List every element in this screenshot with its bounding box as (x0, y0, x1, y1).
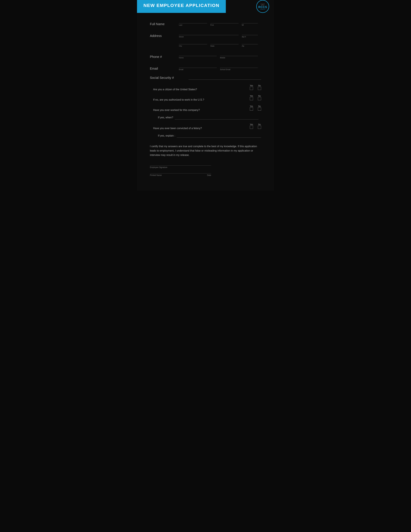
state-label: State (210, 45, 239, 47)
street-row: Street Apt # (179, 31, 261, 38)
printed-name-group: Printed Name Date (150, 173, 261, 176)
question-1-no-label: No (258, 85, 261, 87)
date-label: Date (207, 174, 211, 176)
address-inputs: Street Apt # City State (179, 31, 261, 48)
question-1-yn: Yes No (250, 85, 261, 90)
question-1-row: Are you a citizen of the United States? … (150, 85, 261, 91)
question-2-no-checkbox[interactable] (258, 97, 261, 100)
question-2-text: If no, are you authorized to work in the… (153, 95, 247, 101)
question-3-yn: Yes No (250, 105, 261, 111)
question-3-no-label: No (258, 105, 261, 107)
question-4-yn: Yes No (250, 123, 261, 129)
question-2-no-label: No (258, 95, 261, 97)
logo-top: responsible (258, 3, 267, 6)
page: NEW EMPLOYEE APPLICATION responsible RCC… (137, 0, 274, 191)
title-bar: NEW EMPLOYEE APPLICATION (137, 0, 226, 13)
question-2-yes-checkbox[interactable] (250, 97, 253, 100)
email-field-label: Email (179, 68, 217, 70)
last-name-input[interactable] (179, 19, 207, 23)
question-4-no-checkbox[interactable] (258, 126, 261, 129)
question-2-yn: Yes No (250, 95, 261, 100)
state-input[interactable] (210, 40, 239, 44)
logo-text: responsible RCCS students (258, 3, 267, 10)
mi-input[interactable] (242, 19, 258, 23)
email-input[interactable] (179, 64, 217, 68)
email-label: Email (150, 64, 179, 70)
address-group: Address Street Apt # City (150, 31, 261, 48)
zip-input[interactable] (242, 40, 258, 44)
question-3-no-checkbox[interactable] (258, 107, 261, 111)
phone-label: Phone # (150, 52, 179, 59)
home-phone-input[interactable] (179, 52, 217, 56)
phone-inputs: Home Mobile (179, 52, 261, 59)
last-name-col: Last (179, 19, 210, 26)
street-col: Street (179, 31, 242, 38)
question-4-followup-input[interactable] (177, 134, 261, 138)
city-label: City (179, 45, 207, 47)
question-1-text: Are you a citizen of the United States? (153, 85, 247, 91)
question-4-checkboxes (250, 126, 261, 129)
employee-signature-line (150, 165, 211, 166)
first-name-label: First (210, 24, 239, 26)
employee-signature-group: Employee Signature (150, 165, 261, 169)
email-col: Email (179, 64, 220, 70)
first-name-input[interactable] (210, 19, 239, 23)
city-state-row: City State Zip (179, 40, 261, 47)
home-phone-col: Home (179, 52, 220, 59)
school-email-input[interactable] (220, 64, 258, 68)
logo-main: RCCS (258, 6, 267, 9)
header: NEW EMPLOYEE APPLICATION responsible RCC… (137, 0, 274, 13)
questions-section: Are you a citizen of the United States? … (150, 85, 261, 138)
question-4-no-label: No (258, 123, 261, 126)
question-4-followup: If yes, explain : (150, 134, 261, 138)
question-2-checkboxes (250, 97, 261, 100)
question-1-no-checkbox[interactable] (258, 87, 261, 90)
email-inputs: Email School Email (179, 64, 261, 71)
full-name-label: Full Name (150, 19, 179, 26)
social-security-input[interactable] (188, 76, 261, 80)
question-3-yes-label: Yes (250, 105, 253, 107)
logo: responsible RCCS students (256, 0, 269, 13)
social-security-group: Social Security # (150, 76, 261, 80)
question-4-yn-labels: Yes No (250, 123, 261, 126)
certification-text: I certify that my answers are true and c… (150, 144, 261, 157)
mobile-phone-input[interactable] (220, 52, 258, 56)
zip-label: Zip (242, 45, 258, 47)
question-4-text: Have you ever been convicted of a felony… (153, 123, 247, 130)
school-email-col: School Email (220, 64, 261, 70)
question-3-followup-label: If yes, when? (158, 116, 173, 119)
question-3-yn-labels: Yes No (250, 105, 261, 107)
street-input[interactable] (179, 31, 239, 35)
question-2-yn-labels: Yes No (250, 95, 261, 97)
street-label: Street (179, 36, 239, 38)
printed-name-label: Printed Name (150, 174, 162, 176)
question-2-yes-label: Yes (250, 95, 253, 97)
apt-input[interactable] (242, 31, 258, 35)
email-group: Email Email School Email (150, 64, 261, 71)
question-4-yes-checkbox[interactable] (250, 126, 253, 129)
city-col: City (179, 40, 210, 47)
mobile-phone-col: Mobile (220, 52, 261, 59)
full-name-inputs: Last First MI (179, 19, 261, 27)
mi-col: MI (242, 19, 261, 26)
form-body: Full Name Last First MI (137, 19, 274, 176)
question-1-yes-label: Yes (250, 85, 253, 87)
last-name-label: Last (179, 24, 207, 26)
email-row: Email School Email (179, 64, 261, 70)
phone-row: Home Mobile (179, 52, 261, 59)
city-input[interactable] (179, 40, 207, 44)
question-1-checkboxes (250, 87, 261, 90)
full-name-group: Full Name Last First MI (150, 19, 261, 27)
question-3-followup-input[interactable] (175, 115, 259, 119)
page-title: NEW EMPLOYEE APPLICATION (143, 3, 219, 8)
apt-label: Apt # (242, 36, 258, 38)
printed-name-date-row: Printed Name Date (150, 174, 211, 176)
apt-col: Apt # (242, 31, 261, 38)
mobile-phone-label: Mobile (220, 57, 258, 59)
question-3-yes-checkbox[interactable] (250, 107, 253, 111)
zip-col: Zip (242, 40, 261, 47)
social-security-label: Social Security # (150, 76, 188, 80)
question-1-yes-checkbox[interactable] (250, 87, 253, 90)
certification-section: I certify that my answers are true and c… (150, 144, 261, 157)
logo-area: responsible RCCS students (226, 0, 274, 13)
